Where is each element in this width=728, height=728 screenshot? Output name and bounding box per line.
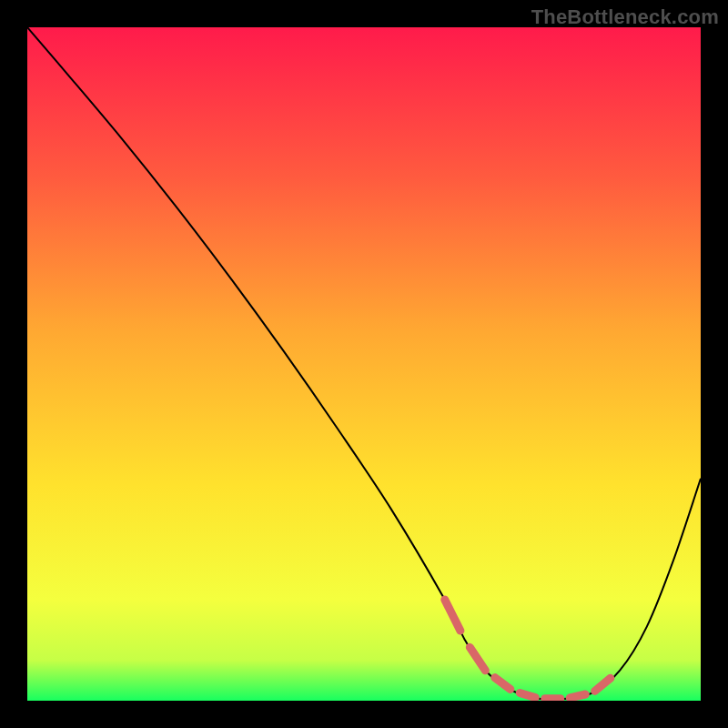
watermark-text: TheBottleneck.com — [531, 5, 719, 29]
chart-container: TheBottleneck.com — [0, 0, 728, 728]
optimal-band-segment — [570, 694, 585, 698]
plot-area — [27, 27, 701, 701]
gradient-background — [27, 27, 701, 701]
chart-svg — [27, 27, 701, 701]
optimal-band-segment — [520, 693, 535, 697]
